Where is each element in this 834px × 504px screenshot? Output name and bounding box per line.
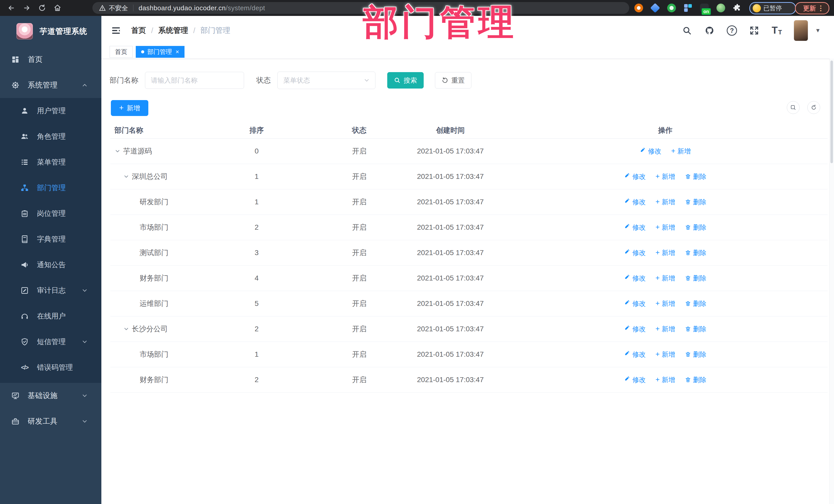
address-bar[interactable]: 不安全 dashboard.yudao.iocoder.cn/system/de…: [92, 2, 629, 14]
tab-首页[interactable]: 首页: [110, 46, 133, 58]
col-header-status: 状态: [321, 126, 398, 135]
sidebar-item-dashboard[interactable]: 首页: [0, 47, 101, 72]
add-link[interactable]: +新增: [655, 223, 675, 232]
add-dept-button[interactable]: +新增: [111, 100, 148, 116]
extension-grid-icon[interactable]: [684, 4, 692, 12]
dept-name: 长沙分公司: [132, 324, 168, 334]
tree-expand-icon[interactable]: [123, 326, 129, 332]
sidebar-item-gear[interactable]: 系统管理: [0, 72, 101, 98]
extension-blue-diamond-icon[interactable]: [650, 3, 660, 13]
browser-profile-chip[interactable]: 已暂停: [749, 2, 796, 14]
edit-link[interactable]: 修改: [624, 223, 646, 232]
fullscreen-icon[interactable]: [749, 25, 760, 36]
edit-link[interactable]: 修改: [624, 375, 646, 385]
font-size-icon[interactable]: TT: [771, 25, 782, 36]
browser-reload-icon[interactable]: [37, 3, 47, 13]
reset-button[interactable]: 重置: [435, 72, 471, 89]
sidebar-item-code[interactable]: </>错误码管理: [0, 355, 101, 380]
sidebar-item-user[interactable]: 用户管理: [0, 98, 101, 124]
add-link[interactable]: +新增: [671, 147, 690, 156]
delete-link[interactable]: 删除: [685, 223, 706, 232]
delete-link[interactable]: 删除: [685, 198, 706, 206]
add-link[interactable]: +新增: [655, 248, 675, 257]
extensions-puzzle-icon[interactable]: [733, 4, 742, 12]
profile-avatar: [753, 4, 761, 12]
dept-name: 市场部门: [139, 350, 168, 359]
add-link[interactable]: +新增: [655, 172, 675, 181]
edit-link[interactable]: 修改: [624, 299, 646, 308]
search-button[interactable]: 搜索: [387, 72, 424, 89]
hamburger-icon[interactable]: [110, 25, 122, 37]
delete-link[interactable]: 删除: [685, 248, 706, 257]
edit-link[interactable]: 修改: [640, 147, 661, 156]
sitemap-icon: [21, 184, 29, 192]
extension-orange-icon[interactable]: [634, 4, 643, 12]
dept-name-input[interactable]: [145, 72, 244, 89]
sidebar-item-sitemap[interactable]: 部门管理: [0, 175, 101, 201]
sidebar-item-dict[interactable]: 字典管理: [0, 226, 101, 252]
status-cell: 开启: [321, 273, 398, 283]
add-link[interactable]: +新增: [655, 325, 675, 334]
delete-link[interactable]: 删除: [685, 299, 706, 308]
tree-expand-icon[interactable]: [114, 148, 120, 154]
delete-link[interactable]: 删除: [685, 350, 706, 359]
status-cell: 开启: [321, 197, 398, 207]
edit-link[interactable]: 修改: [624, 325, 646, 334]
add-link[interactable]: +新增: [655, 350, 675, 359]
sidebar-item-tools[interactable]: 研发工具: [0, 409, 101, 434]
announce-icon: [21, 261, 29, 269]
scrollbar-thumb[interactable]: [830, 61, 833, 163]
app-logo-row[interactable]: 芋道管理系统: [0, 16, 101, 47]
create-time-cell: 2021-01-05 17:03:47: [398, 198, 503, 206]
extension-key-icon[interactable]: [717, 4, 725, 12]
page-url[interactable]: dashboard.yudao.iocoder.cn/system/dept: [138, 4, 265, 12]
browser-back-icon[interactable]: [6, 3, 17, 13]
top-header: 首页 / 系统管理 / 部门管理 ? TT ▼: [101, 16, 834, 45]
extension-green-icon[interactable]: [667, 4, 676, 12]
create-time-cell: 2021-01-05 17:03:47: [398, 300, 503, 308]
github-icon[interactable]: [704, 25, 715, 36]
status-select[interactable]: 菜单状态: [278, 72, 375, 89]
edit-link[interactable]: 修改: [624, 198, 646, 206]
browser-forward-icon[interactable]: [22, 3, 32, 13]
browser-menu-icon[interactable]: [820, 5, 821, 11]
search-icon[interactable]: [682, 25, 692, 36]
edit-link[interactable]: 修改: [624, 350, 646, 359]
avatar-caret-down-icon[interactable]: ▼: [815, 27, 821, 34]
extension-devtools-icon[interactable]: on: [700, 4, 709, 12]
tab-部门管理[interactable]: 部门管理×: [136, 46, 184, 58]
sort-cell: 4: [193, 274, 321, 282]
delete-link[interactable]: 删除: [685, 375, 706, 385]
sidebar-item-audit[interactable]: 审计日志: [0, 278, 101, 303]
delete-link[interactable]: 删除: [685, 172, 706, 181]
sidebar-item-badge[interactable]: 岗位管理: [0, 201, 101, 226]
create-time-cell: 2021-01-05 17:03:47: [398, 147, 503, 155]
delete-link[interactable]: 删除: [685, 274, 706, 283]
add-link[interactable]: +新增: [655, 375, 675, 385]
sidebar-item-menu[interactable]: 菜单管理: [0, 149, 101, 175]
add-link[interactable]: +新增: [655, 299, 675, 308]
sidebar-item-announce[interactable]: 通知公告: [0, 252, 101, 278]
add-link[interactable]: +新增: [655, 274, 675, 283]
breadcrumb-home[interactable]: 首页: [131, 25, 146, 36]
browser-update-button[interactable]: 更新: [795, 2, 829, 14]
sidebar-item-infra[interactable]: 基础设施: [0, 383, 101, 409]
delete-link[interactable]: 删除: [685, 325, 706, 334]
help-icon[interactable]: ?: [727, 25, 737, 36]
user-avatar[interactable]: [794, 20, 808, 41]
edit-link[interactable]: 修改: [624, 274, 646, 283]
bookmark-star-icon[interactable]: [114, 4, 122, 13]
browser-home-icon[interactable]: [52, 3, 63, 13]
sidebar-item-users[interactable]: 角色管理: [0, 124, 101, 149]
refresh-table-button[interactable]: [807, 101, 820, 114]
toggle-search-button[interactable]: [787, 101, 799, 114]
close-icon[interactable]: ×: [176, 49, 179, 55]
breadcrumb-system[interactable]: 系统管理: [158, 25, 188, 36]
tree-expand-icon[interactable]: [123, 174, 129, 180]
sidebar-item-online[interactable]: 在线用户: [0, 303, 101, 329]
sidebar-item-sms[interactable]: 短信管理: [0, 329, 101, 355]
add-link[interactable]: +新增: [655, 198, 675, 206]
page-scrollbar[interactable]: [829, 59, 834, 504]
edit-link[interactable]: 修改: [624, 248, 646, 257]
edit-link[interactable]: 修改: [624, 172, 646, 181]
